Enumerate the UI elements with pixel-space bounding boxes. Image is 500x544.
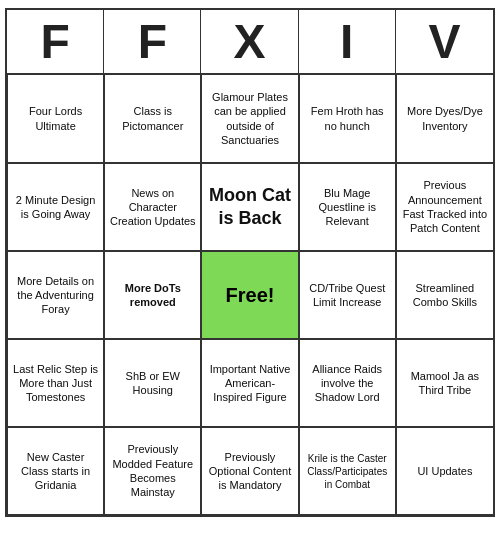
cell-18[interactable]: Alliance Raids involve the Shadow Lord (299, 339, 396, 427)
header-letter-i: I (299, 10, 396, 73)
cell-21[interactable]: Previously Modded Feature Becomes Mainst… (104, 427, 201, 515)
cell-2[interactable]: Glamour Plates can be applied outside of… (201, 75, 298, 163)
cell-4[interactable]: More Dyes/Dye Inventory (396, 75, 493, 163)
cell-6[interactable]: News on Character Creation Updates (104, 163, 201, 251)
cell-16[interactable]: ShB or EW Housing (104, 339, 201, 427)
cell-8[interactable]: Blu Mage Questline is Relevant (299, 163, 396, 251)
header-letter-f2: F (104, 10, 201, 73)
cell-14[interactable]: Streamlined Combo Skills (396, 251, 493, 339)
cell-5[interactable]: 2 Minute Design is Going Away (7, 163, 104, 251)
bingo-header: F F X I V (7, 10, 493, 75)
cell-0[interactable]: Four Lords Ultimate (7, 75, 104, 163)
cell-23[interactable]: Krile is the Caster Class/Participates i… (299, 427, 396, 515)
cell-17[interactable]: Important Native American-Inspired Figur… (201, 339, 298, 427)
cell-10[interactable]: More Details on the Adventuring Foray (7, 251, 104, 339)
header-letter-x: X (201, 10, 298, 73)
cell-22[interactable]: Previously Optional Content is Mandatory (201, 427, 298, 515)
cell-15[interactable]: Last Relic Step is More than Just Tomest… (7, 339, 104, 427)
cell-13[interactable]: CD/Tribe Quest Limit Increase (299, 251, 396, 339)
cell-20[interactable]: New Caster Class starts in Gridania (7, 427, 104, 515)
cell-19[interactable]: Mamool Ja as Third Tribe (396, 339, 493, 427)
cell-9[interactable]: Previous Announcement Fast Tracked into … (396, 163, 493, 251)
header-letter-f1: F (7, 10, 104, 73)
cell-1[interactable]: Class is Pictomancer (104, 75, 201, 163)
cell-3[interactable]: Fem Hroth has no hunch (299, 75, 396, 163)
cell-7[interactable]: Moon Cat is Back (201, 163, 298, 251)
header-letter-v: V (396, 10, 493, 73)
bingo-card: F F X I V Four Lords Ultimate Class is P… (5, 8, 495, 517)
bingo-grid: Four Lords Ultimate Class is Pictomancer… (7, 75, 493, 515)
cell-24[interactable]: UI Updates (396, 427, 493, 515)
cell-11[interactable]: More DoTs removed (104, 251, 201, 339)
cell-12-free[interactable]: Free! (201, 251, 298, 339)
